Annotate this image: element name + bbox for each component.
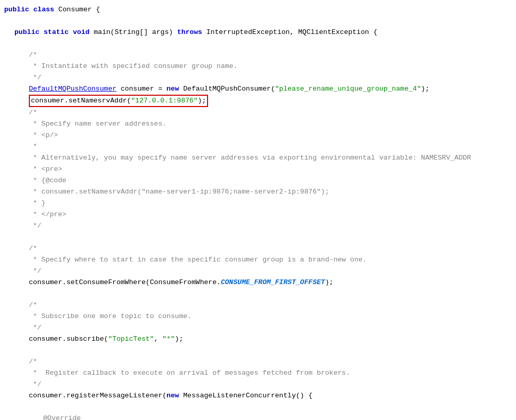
code-line: * </pre> [0, 209, 516, 220]
code-container: public class Consumer { public static vo… [0, 0, 516, 420]
code-line: * Instantiate with specified consumer gr… [0, 61, 516, 72]
code-line: * Specify name server addresses. [0, 118, 516, 130]
code-line: * Subscribe one more topic to consume. [0, 311, 516, 322]
code-line: consumer.registerMessageListener(new Mes… [0, 390, 516, 401]
code-line: * Alternatively, you may specify name se… [0, 152, 516, 164]
code-line: consumer.setConsumeFromWhere(ConsumeFrom… [0, 277, 516, 288]
code-line: */ [0, 266, 516, 277]
code-line: /* [0, 300, 516, 311]
code-line [0, 401, 516, 413]
code-line: consumer.subscribe("TopicTest", "*"); [0, 334, 516, 345]
code-line [0, 15, 516, 27]
code-line: */ [0, 379, 516, 390]
code-line: /* [0, 107, 516, 118]
code-line: public static void main(String[] args) t… [0, 27, 516, 38]
code-line: * <p/> [0, 130, 516, 141]
code-line: /* [0, 243, 516, 254]
code-line: * Register callback to execute on arriva… [0, 367, 516, 379]
code-line: /* [0, 49, 516, 61]
code-line: * } [0, 198, 516, 209]
code-line [0, 288, 516, 300]
code-line: /* [0, 356, 516, 367]
code-line: * Specify where to start in case the spe… [0, 254, 516, 266]
code-line: public class Consumer { [0, 4, 516, 15]
code-line: DefaultMQPushConsumer consumer = new Def… [0, 83, 516, 95]
code-line [0, 232, 516, 243]
code-line: * {@code [0, 175, 516, 186]
code-line: */ [0, 322, 516, 334]
code-line: * <pre> [0, 164, 516, 175]
code-line: * [0, 141, 516, 152]
code-line: */ [0, 220, 516, 232]
code-line [0, 38, 516, 49]
code-line: @Override [0, 413, 516, 420]
code-line: */ [0, 72, 516, 83]
highlighted-line: consumer.setNamesrvAddr("127.0.0.1:9876"… [0, 95, 516, 107]
code-line [0, 345, 516, 356]
code-line: * consumer.setNamesrvAddr("name-server1-… [0, 186, 516, 198]
